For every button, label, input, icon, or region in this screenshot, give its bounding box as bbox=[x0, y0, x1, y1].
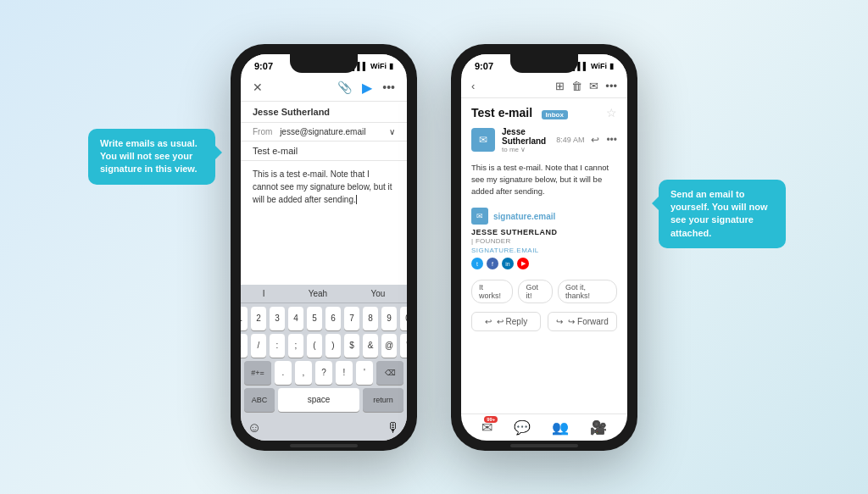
from-chevron[interactable]: ∨ bbox=[389, 127, 395, 136]
sig-domain: signature.email bbox=[493, 212, 555, 221]
inbox-badge: Inbox bbox=[542, 110, 568, 119]
youtube-icon[interactable]: ▶ bbox=[517, 258, 529, 269]
key-dash[interactable]: - bbox=[241, 334, 248, 358]
key-quote[interactable]: " bbox=[400, 334, 407, 358]
key-at[interactable]: @ bbox=[381, 334, 397, 358]
key-2[interactable]: 2 bbox=[251, 307, 266, 330]
contacts-tab[interactable]: 👥 bbox=[552, 419, 569, 436]
group-icon: 👥 bbox=[552, 420, 569, 435]
key-dollar[interactable]: $ bbox=[344, 334, 359, 358]
email-subject-row: Test e-mail Inbox ☆ bbox=[461, 98, 627, 124]
quick-reply-2[interactable]: Got it! bbox=[518, 280, 553, 303]
key-4[interactable]: 4 bbox=[288, 307, 303, 330]
phone1-wrapper: Write emails as usual. You will not see … bbox=[231, 44, 417, 451]
battery-icon-1: ▮ bbox=[389, 62, 393, 70]
sender-actions: 8:49 AM ↩ ••• bbox=[556, 134, 617, 146]
video-tab[interactable]: 🎥 bbox=[590, 419, 607, 436]
key-8[interactable]: 8 bbox=[363, 307, 378, 330]
facebook-icon[interactable]: f bbox=[487, 258, 498, 269]
subject-field[interactable]: Test e-mail bbox=[241, 142, 407, 161]
action-buttons: ↩ ↩ Reply ↪ ↪ Forward bbox=[461, 308, 627, 335]
key-row-2: - / : ; ( ) $ & @ " bbox=[244, 334, 403, 358]
key-amp[interactable]: & bbox=[363, 334, 378, 358]
key-abc[interactable]: ABC bbox=[244, 388, 275, 412]
status-icons-1: ▌▌▌ WiFi ▮ bbox=[352, 62, 393, 70]
to-field[interactable]: Jesse Sutherland bbox=[241, 102, 407, 123]
suggest-1[interactable]: I bbox=[263, 289, 265, 298]
from-field[interactable]: From jesse@signature.email ∨ bbox=[241, 123, 407, 142]
chat-tab[interactable]: 💬 bbox=[514, 419, 531, 436]
back-button[interactable]: ‹ bbox=[471, 80, 475, 92]
from-label: From bbox=[253, 127, 272, 136]
chat-icon: 💬 bbox=[514, 420, 531, 435]
text-cursor bbox=[356, 195, 357, 204]
key-1[interactable]: 1 bbox=[241, 307, 248, 330]
attach-icon[interactable]: 📎 bbox=[337, 80, 352, 94]
key-0[interactable]: 0 bbox=[400, 307, 407, 330]
sig-title: | FOUNDER bbox=[471, 237, 617, 245]
battery-icon-2: ▮ bbox=[609, 62, 614, 70]
bottom-nav-bar: ✉ 99+ 💬 👥 🎥 bbox=[461, 414, 627, 441]
send-button[interactable]: ▶ bbox=[362, 80, 372, 96]
sig-social: t f in ▶ bbox=[471, 258, 617, 269]
key-period[interactable]: . bbox=[275, 361, 292, 385]
add-to-calendar-icon[interactable]: ⊞ bbox=[555, 80, 565, 92]
sig-logo-row: ✉ signature.email bbox=[471, 208, 617, 225]
twitter-icon[interactable]: t bbox=[471, 258, 483, 269]
key-excl[interactable]: ! bbox=[336, 361, 353, 385]
key-7[interactable]: 7 bbox=[344, 307, 359, 330]
close-button[interactable]: ✕ bbox=[253, 80, 263, 94]
suggest-2[interactable]: Yeah bbox=[309, 289, 327, 298]
linkedin-icon[interactable]: in bbox=[502, 258, 514, 269]
keyboard-rows: 1 2 3 4 5 6 7 8 9 0 - bbox=[241, 303, 407, 417]
sig-logo-icon: ✉ bbox=[471, 208, 488, 225]
toolbar-right-icons: 📎 ▶ ••• bbox=[337, 80, 395, 96]
delete-icon[interactable]: 🗑 bbox=[571, 80, 582, 92]
sender-name: Jesse Sutherland bbox=[502, 127, 549, 146]
phone2-wrapper: 9:07 ▌▌▌ WiFi ▮ ‹ ⊞ 🗑 ✉ bbox=[451, 44, 637, 451]
phone2: 9:07 ▌▌▌ WiFi ▮ ‹ ⊞ 🗑 ✉ bbox=[451, 44, 637, 451]
reply-button[interactable]: ↩ ↩ Reply bbox=[471, 312, 541, 331]
quick-reply-3[interactable]: Got it, thanks! bbox=[558, 280, 617, 303]
sender-row: ✉ Jesse Sutherland to me ∨ 8:49 AM ↩ ••• bbox=[461, 124, 627, 157]
emoji-icon[interactable]: ☺ bbox=[248, 420, 261, 436]
mail-tab[interactable]: ✉ 99+ bbox=[481, 419, 492, 436]
wifi-icon-2: WiFi bbox=[591, 62, 607, 70]
phone2-screen: 9:07 ▌▌▌ WiFi ▮ ‹ ⊞ 🗑 ✉ bbox=[461, 54, 627, 441]
key-3[interactable]: 3 bbox=[270, 307, 285, 330]
suggest-3[interactable]: You bbox=[370, 289, 385, 298]
mic-icon[interactable]: 🎙 bbox=[387, 420, 400, 436]
key-cparen[interactable]: ) bbox=[326, 334, 341, 358]
more-icon[interactable]: ••• bbox=[382, 80, 395, 94]
key-backspace[interactable]: ⌫ bbox=[376, 361, 403, 385]
key-return[interactable]: return bbox=[363, 388, 403, 412]
quick-reply-1[interactable]: It works! bbox=[471, 280, 513, 303]
key-row-bottom: ABC space return bbox=[244, 388, 403, 412]
key-6[interactable]: 6 bbox=[326, 307, 341, 330]
key-question[interactable]: ? bbox=[315, 361, 332, 385]
key-5[interactable]: 5 bbox=[307, 307, 322, 330]
send-time: 8:49 AM bbox=[556, 136, 584, 144]
key-symbol[interactable]: #+= bbox=[244, 361, 271, 385]
key-9[interactable]: 9 bbox=[381, 307, 397, 330]
more-options-icon[interactable]: ••• bbox=[605, 80, 617, 92]
reply-icon[interactable]: ↩ bbox=[591, 134, 599, 146]
key-colon[interactable]: : bbox=[270, 334, 285, 358]
key-space[interactable]: space bbox=[278, 388, 359, 412]
key-oparen[interactable]: ( bbox=[307, 334, 322, 358]
star-icon[interactable]: ☆ bbox=[606, 106, 617, 119]
key-slash[interactable]: / bbox=[251, 334, 266, 358]
key-comma[interactable]: , bbox=[295, 361, 312, 385]
phones-container: Write emails as usual. You will not see … bbox=[231, 44, 637, 451]
email-toolbar: ‹ ⊞ 🗑 ✉ ••• bbox=[461, 75, 627, 98]
key-apos[interactable]: ' bbox=[356, 361, 373, 385]
key-semi[interactable]: ; bbox=[288, 334, 303, 358]
keyboard-suggestions: I Yeah You bbox=[241, 285, 407, 303]
sender-more-icon[interactable]: ••• bbox=[606, 134, 617, 146]
home-bar-1 bbox=[290, 444, 358, 447]
status-time-1: 9:07 bbox=[254, 61, 273, 71]
compose-body[interactable]: This is a test e-mail. Note that I canno… bbox=[241, 161, 407, 285]
forward-button[interactable]: ↪ ↪ Forward bbox=[548, 312, 617, 331]
mail-notif-badge: 99+ bbox=[484, 416, 498, 423]
archive-icon[interactable]: ✉ bbox=[589, 80, 598, 92]
